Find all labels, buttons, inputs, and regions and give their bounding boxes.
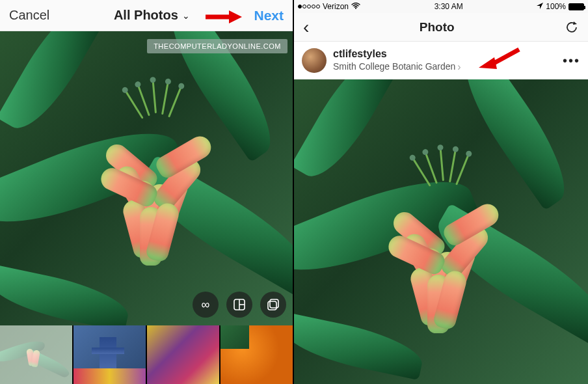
picker-screen: Cancel All Photos ⌄ Next (0, 0, 294, 384)
watermark-badge: THECOMPUTERLADYONLINE.COM (147, 39, 287, 53)
location-label: Smith College Botanic Garden (333, 61, 455, 73)
thumbnail[interactable] (220, 325, 293, 384)
boomerang-icon[interactable]: ∞ (193, 292, 219, 318)
thumbnail[interactable] (74, 325, 146, 384)
back-button[interactable]: ‹ (303, 18, 309, 36)
svg-rect-3 (270, 299, 278, 308)
svg-marker-10 (479, 57, 497, 69)
preview-image (0, 31, 294, 325)
collage-icon[interactable] (226, 292, 252, 318)
signal-strength-icon (298, 5, 320, 8)
thumbnail[interactable] (0, 325, 72, 384)
photo-preview[interactable]: THECOMPUTERLADYONLINE.COM ∞ (0, 31, 294, 325)
svg-point-7 (355, 8, 356, 9)
avatar[interactable] (302, 48, 327, 73)
picker-header: Cancel All Photos ⌄ Next (0, 0, 293, 31)
next-button[interactable]: Next (254, 8, 284, 23)
svg-rect-4 (268, 301, 276, 310)
wifi-icon (351, 2, 360, 11)
chevron-down-icon: ⌄ (182, 10, 190, 21)
cancel-button[interactable]: Cancel (9, 8, 49, 23)
chevron-right-icon: › (457, 61, 461, 74)
post-image (294, 79, 588, 384)
clock: 3:30 AM (434, 2, 463, 11)
battery-percent: 100% (546, 2, 566, 11)
thumbnail-strip (0, 325, 293, 384)
preview-tools: ∞ (193, 292, 286, 318)
nav-bar: ‹ Photo (294, 13, 588, 42)
location-link[interactable]: Smith College Botanic Garden › (333, 61, 461, 74)
status-bar: Verizon 3:30 AM 100% (294, 0, 588, 13)
photo-detail-screen: Verizon 3:30 AM 100% ‹ Photo ctlifestyle… (294, 0, 588, 384)
multi-select-icon[interactable] (260, 292, 286, 318)
refresh-button[interactable] (565, 20, 579, 34)
svg-marker-6 (229, 10, 242, 23)
post-photo[interactable] (294, 79, 588, 384)
annotation-arrow (204, 9, 242, 25)
thumbnail[interactable] (147, 325, 219, 384)
more-options-button[interactable]: ••• (563, 53, 580, 68)
annotation-arrow (476, 47, 522, 70)
nav-title: Photo (420, 20, 455, 34)
post-header: ctlifestyles Smith College Botanic Garde… (294, 42, 588, 79)
album-selector[interactable]: All Photos ⌄ (114, 8, 190, 23)
svg-marker-8 (573, 21, 577, 25)
album-title: All Photos (114, 8, 178, 23)
battery-icon (568, 3, 584, 10)
location-services-icon (537, 2, 543, 11)
username[interactable]: ctlifestyles (333, 48, 461, 61)
carrier-label: Verizon (323, 2, 349, 11)
